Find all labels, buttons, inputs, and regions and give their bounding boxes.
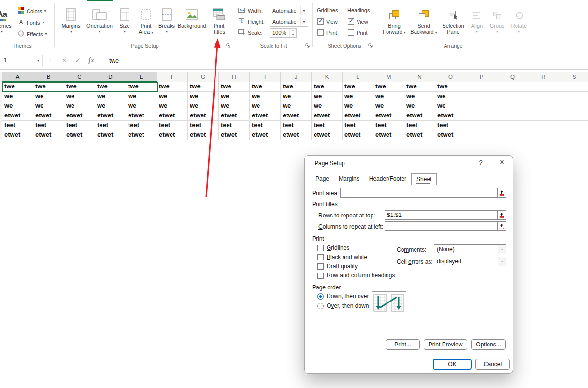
column-header-P[interactable]: P	[466, 72, 497, 82]
cell-R1[interactable]	[528, 82, 559, 92]
breaks-button[interactable]: Breaks ▾	[158, 2, 176, 43]
cell-P4[interactable]	[466, 111, 497, 121]
cancel-button[interactable]: Cancel	[475, 359, 510, 370]
rows-repeat-collapse-button[interactable]	[497, 210, 506, 220]
cell-M3[interactable]: we	[373, 101, 404, 111]
column-header-E[interactable]: E	[126, 72, 157, 82]
scale-spinner[interactable]: 100% ▴▾	[270, 28, 297, 38]
cell-A3[interactable]: we	[2, 101, 33, 111]
cell-R3[interactable]	[528, 101, 559, 111]
send-backward-button[interactable]: Send Backward ▾	[409, 2, 438, 43]
cell-S3[interactable]	[559, 101, 588, 111]
cell-N1[interactable]: twe	[404, 82, 435, 92]
cell-L1[interactable]: twe	[343, 82, 373, 92]
cell-Q5[interactable]	[497, 121, 528, 130]
cell-O3[interactable]: we	[435, 101, 466, 111]
cell-F5[interactable]: teet	[157, 121, 188, 130]
headings-view-checkbox[interactable]: View	[348, 18, 368, 25]
cell-B3[interactable]: we	[33, 101, 64, 111]
cell-K5[interactable]: teet	[312, 121, 343, 130]
insert-function-icon[interactable]: fx	[85, 57, 98, 64]
cell-H6[interactable]: etwet	[219, 130, 250, 140]
row-column-headings-checkbox[interactable]: Row and column headings	[317, 272, 395, 279]
cell-J2[interactable]: we	[281, 92, 312, 101]
cell-A1[interactable]: twe	[2, 82, 33, 92]
cell-C3[interactable]: we	[64, 101, 95, 111]
cell-L6[interactable]: etwet	[343, 130, 373, 140]
effects-button[interactable]: Effects ▾	[16, 29, 48, 39]
formula-input[interactable]: twe	[109, 57, 119, 64]
cell-H2[interactable]: we	[219, 92, 250, 101]
group-button[interactable]: Group ▾	[487, 2, 507, 43]
column-header-G[interactable]: G	[188, 72, 219, 82]
cell-M6[interactable]: etwet	[373, 130, 404, 140]
gridlines-print-checkbox[interactable]: Print	[317, 29, 337, 36]
cell-D6[interactable]: etwet	[95, 130, 126, 140]
page-setup-dialog-launcher[interactable]	[225, 43, 232, 49]
cell-C4[interactable]: etwet	[64, 111, 95, 121]
cell-O2[interactable]: we	[435, 92, 466, 101]
print-titles-button[interactable]: Print Titles	[208, 2, 230, 43]
cell-B6[interactable]: etwet	[33, 130, 64, 140]
over-then-down-radio[interactable]: Over, then down	[317, 302, 369, 309]
print-button[interactable]: Print...	[386, 339, 420, 350]
dropdown-caret-icon[interactable]: ▾	[498, 257, 506, 266]
cell-H1[interactable]: twe	[219, 82, 250, 92]
cell-Q3[interactable]	[497, 101, 528, 111]
column-header-F[interactable]: F	[157, 72, 188, 82]
tab-header-footer[interactable]: Header/Footer	[364, 173, 411, 185]
print-area-input[interactable]	[340, 188, 497, 198]
cell-J4[interactable]: etwet	[281, 111, 312, 121]
cell-P6[interactable]	[466, 130, 497, 140]
rows-repeat-input[interactable]	[385, 210, 497, 220]
name-box-caret-icon[interactable]: ▾	[37, 58, 39, 63]
cell-J5[interactable]: teet	[281, 121, 312, 130]
cell-L5[interactable]: teet	[343, 121, 373, 130]
help-button[interactable]: ?	[476, 159, 485, 166]
options-button[interactable]: Options...	[471, 339, 506, 350]
tab-page[interactable]: Page	[311, 173, 334, 185]
cell-K3[interactable]: we	[312, 101, 343, 111]
dropdown-caret-icon[interactable]: ▾	[498, 245, 506, 254]
cell-L2[interactable]: we	[343, 92, 373, 101]
cell-J3[interactable]: we	[281, 101, 312, 111]
cell-G1[interactable]: twe	[188, 82, 219, 92]
cell-N4[interactable]: etwet	[404, 111, 435, 121]
cell-M4[interactable]: etwet	[373, 111, 404, 121]
cell-G2[interactable]: we	[188, 92, 219, 101]
cell-F2[interactable]: we	[157, 92, 188, 101]
close-button[interactable]: ×	[496, 158, 508, 167]
name-box[interactable]: 1 ▾	[0, 55, 43, 66]
column-header-B[interactable]: B	[33, 72, 64, 82]
cell-F6[interactable]: etwet	[157, 130, 188, 140]
sheet-options-dialog-launcher[interactable]	[367, 43, 374, 49]
cell-N6[interactable]: etwet	[404, 130, 435, 140]
cell-F3[interactable]: we	[157, 101, 188, 111]
cell-I6[interactable]: etwet	[250, 130, 281, 140]
cell-K4[interactable]: etwet	[312, 111, 343, 121]
height-select[interactable]: Automatic▾	[270, 17, 308, 27]
cell-F1[interactable]: twe	[157, 82, 188, 92]
column-header-H[interactable]: H	[219, 72, 250, 82]
cell-N5[interactable]: teet	[404, 121, 435, 130]
column-header-C[interactable]: C	[64, 72, 95, 82]
cell-I4[interactable]: etwet	[250, 111, 281, 121]
cell-J6[interactable]: etwet	[281, 130, 312, 140]
cell-B2[interactable]: we	[33, 92, 64, 101]
print-area-collapse-button[interactable]	[497, 188, 506, 198]
cell-R4[interactable]	[528, 111, 559, 121]
cell-C1[interactable]: twe	[64, 82, 95, 92]
print-area-button[interactable]: Print Area ▾	[135, 2, 157, 43]
cell-Q1[interactable]	[497, 82, 528, 92]
cell-Q6[interactable]	[497, 130, 528, 140]
column-header-Q[interactable]: Q	[497, 72, 528, 82]
cell-E3[interactable]: we	[126, 101, 157, 111]
cell-P5[interactable]	[466, 121, 497, 130]
cell-G4[interactable]: etwet	[188, 111, 219, 121]
cell-I2[interactable]: we	[250, 92, 281, 101]
draft-quality-checkbox[interactable]: Draft quality	[317, 263, 358, 270]
cell-M1[interactable]: twe	[373, 82, 404, 92]
gridlines-view-checkbox[interactable]: View	[317, 18, 338, 25]
background-button[interactable]: Background	[177, 2, 207, 43]
cell-H4[interactable]: etwet	[219, 111, 250, 121]
